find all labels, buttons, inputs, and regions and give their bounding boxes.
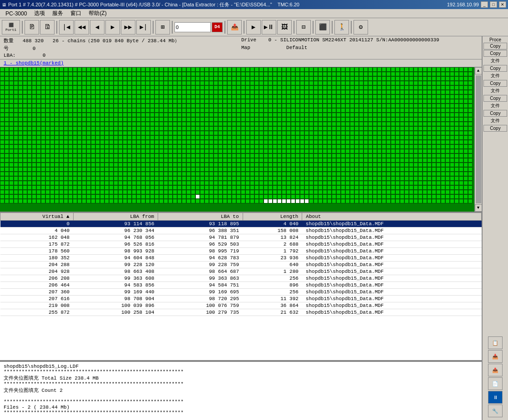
copy-button[interactable]: Copy <box>483 65 507 72</box>
block-map <box>0 67 482 212</box>
copy-icon-1[interactable]: 📋 <box>488 336 503 349</box>
scrollbar-up[interactable]: ▲ <box>475 67 482 74</box>
indicator: D4 <box>212 22 223 32</box>
count-value: 488 320 <box>23 38 44 44</box>
image-btn[interactable]: 🖼 <box>277 20 292 35</box>
copy-button[interactable]: Copy <box>483 95 507 102</box>
grid-btn[interactable]: ⊞ <box>155 20 170 35</box>
copy-button[interactable]: Copy <box>483 43 507 49</box>
menu-help[interactable]: 帮助(Z) <box>85 9 110 18</box>
col-virtual[interactable]: Virtual ▲ <box>0 213 74 221</box>
nav-next[interactable]: ▶ <box>105 20 120 35</box>
map-value: Default <box>286 45 307 50</box>
btn2[interactable]: 🖺 <box>40 20 55 35</box>
log-line: 文件夹位图填充 Total Size 238.4 MB <box>4 375 478 381</box>
copy-button[interactable]: Copy <box>483 110 507 117</box>
nav-prev[interactable]: ◀ <box>90 20 105 35</box>
menu-options[interactable]: 选项 <box>30 9 49 18</box>
log-line <box>4 394 478 399</box>
nav-prev-fast[interactable]: ◀◀ <box>75 20 89 35</box>
grid2-btn[interactable]: ⊟ <box>296 20 311 35</box>
toolbar: ⬛Port1 🖹 🖺 |◀ ◀◀ ◀ ▶ ▶▶ ▶| ⊞ D4 📤 ▶ ▶⏸ 🖼… <box>0 18 508 36</box>
log-line: ****************************************… <box>4 381 478 387</box>
export-btn[interactable]: 📤 <box>227 20 242 35</box>
count-label: 数量 <box>4 38 14 44</box>
play-btn[interactable]: ▶ <box>246 20 261 35</box>
table-body: 093 114 85693 118 8954 040shopdb15\shopd… <box>0 221 482 316</box>
file-label: 文件 <box>483 57 507 64</box>
file-label: 文件 <box>483 72 507 79</box>
right-panel-items: CopyCopy文件Copy文件Copy文件Copy文件Copy文件Copy <box>483 43 507 132</box>
walk-btn[interactable]: 🚶 <box>334 20 349 35</box>
number-label: 号 <box>4 46 9 51</box>
table-row: 206 20899 363 60899 363 863256shopdb15\s… <box>0 275 482 282</box>
table-row: 219 008100 039 896100 076 75936 864shopd… <box>0 302 482 309</box>
log-area: shopdb15\shopdb15_Log.LDF***************… <box>0 361 482 420</box>
stop-btn[interactable]: ⬛ <box>315 20 330 35</box>
log-line: Files - 2 ( 238.44 Mb) <box>4 405 478 410</box>
info-bar: 数量 488 320 26 - chains（250 019 840 Byte … <box>0 36 482 59</box>
title-text: Port 1 # 7.4.20(7.4.20.13431) # PC-3000 … <box>8 1 272 8</box>
log-line: 文件夹位图填充 Count 2 <box>4 387 478 394</box>
title-bar-left: 🖥 Port 1 # 7.4.20(7.4.20.13431) # PC-300… <box>2 1 299 8</box>
number-value: 0 <box>33 46 36 51</box>
chain-label: 1 - shopdb15(marked) <box>0 59 482 67</box>
data-table: Virtual ▲ LBA from LBA to Length About 0… <box>0 212 482 316</box>
copy-icon-2[interactable]: 📥 <box>488 350 503 363</box>
menu-window[interactable]: 窗口 <box>67 9 85 18</box>
log-line: shopdb15\shopdb15_Log.LDF <box>4 364 478 369</box>
minimize-button[interactable]: _ <box>481 1 488 8</box>
menu-service[interactable]: 服务 <box>49 9 67 18</box>
process-title: Proce <box>483 37 507 42</box>
copy-button[interactable]: Copy <box>483 125 507 132</box>
nav-start[interactable]: |◀ <box>59 20 74 35</box>
menu-bar: PC-3000 选项 服务 窗口 帮助(Z) <box>0 9 508 18</box>
log-line: ****************************************… <box>4 399 478 405</box>
maximize-button[interactable]: □ <box>490 1 497 8</box>
file-label: 文件 <box>483 102 507 109</box>
col-about[interactable]: About <box>302 213 482 221</box>
log-content: shopdb15\shopdb15_Log.LDF***************… <box>4 364 478 415</box>
drive-label: Drive <box>241 37 256 43</box>
address-input[interactable] <box>174 22 211 32</box>
copy-button[interactable]: Copy <box>483 50 507 57</box>
table-area: Virtual ▲ LBA from LBA to Length About 0… <box>0 212 482 361</box>
scrollbar-down[interactable]: ▼ <box>475 204 482 212</box>
table-row: 175 87296 526 81696 529 5032 688shopdb15… <box>0 241 482 248</box>
table-row: 204 92898 663 40898 664 6871 280shopdb15… <box>0 268 482 275</box>
main-area: 数量 488 320 26 - chains（250 019 840 Byte … <box>0 36 508 420</box>
table-row: 093 114 85693 118 8954 040shopdb15\shopd… <box>0 221 482 227</box>
close-button[interactable]: ✕ <box>499 1 506 8</box>
table-row: 178 56098 993 92898 995 7191 792shopdb15… <box>0 248 482 255</box>
right-panel: Proce CopyCopy文件Copy文件Copy文件Copy文件Copy文件… <box>482 36 508 420</box>
copy-icon-3[interactable]: 📤 <box>488 364 503 376</box>
nav-next-fast[interactable]: ▶▶ <box>121 20 135 35</box>
copy-icon-4[interactable]: 📄 <box>488 377 503 390</box>
menu-pc3000[interactable]: PC-3000 <box>2 10 30 18</box>
copy-button[interactable]: Copy <box>483 80 507 87</box>
drive-value: 0 - SILICONMOTION SM2246XT 20141127 S/N:… <box>268 37 439 43</box>
ip-text: 192.168.10.99 <box>447 2 479 7</box>
col-lba-from[interactable]: LBA from <box>73 213 158 221</box>
log-line: ****************************************… <box>4 410 478 415</box>
nav-end[interactable]: ▶| <box>136 20 151 35</box>
block-map-container: ▲ ▼ <box>0 67 482 212</box>
file-label: 文件 <box>483 117 507 124</box>
table-row: 204 28899 228 12099 228 759640shopdb15\s… <box>0 262 482 268</box>
lba-label: LBA: <box>4 53 15 58</box>
copy-icon-5[interactable]: 🔧 <box>488 405 503 417</box>
table-row: 207 36099 169 44099 169 695256shopdb15\s… <box>0 289 482 296</box>
btn1[interactable]: 🖹 <box>25 20 39 35</box>
play2-btn[interactable]: ▶⏸ <box>262 20 276 35</box>
port-button[interactable]: ⬛Port1 <box>2 20 20 35</box>
file-label: 文件 <box>483 87 507 94</box>
lba-value: 0 <box>43 53 46 58</box>
settings-btn[interactable]: ⚙ <box>354 20 368 35</box>
col-lba-to[interactable]: LBA to <box>158 213 243 221</box>
col-length[interactable]: Length <box>243 213 302 221</box>
table-row: 162 04894 768 05694 781 87913 824shopdb1… <box>0 234 482 241</box>
table-row: 4 04096 230 34496 388 351158 008shopdb15… <box>0 227 482 234</box>
left-panel: 数量 488 320 26 - chains（250 019 840 Byte … <box>0 36 482 420</box>
table-row: 180 35294 604 84894 628 78323 936shopdb1… <box>0 255 482 262</box>
pause-btn[interactable]: ⏸ <box>488 391 503 404</box>
